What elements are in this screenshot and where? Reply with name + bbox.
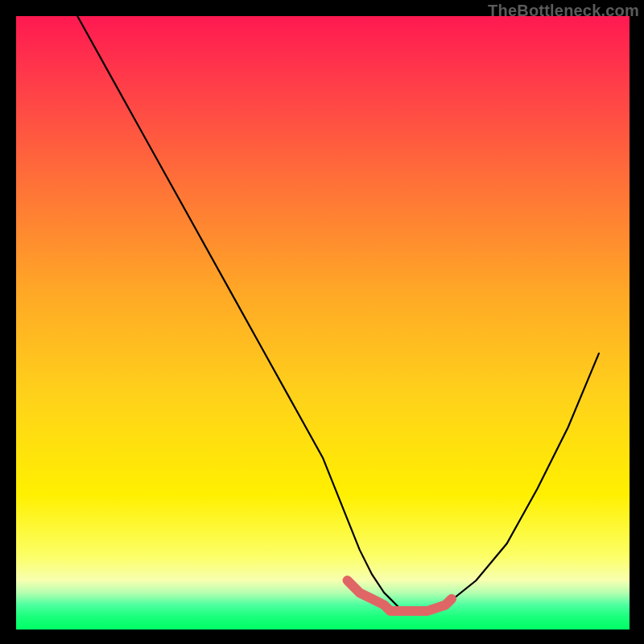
bottleneck-curve	[77, 16, 599, 611]
chart-frame: TheBottleneck.com	[0, 0, 644, 644]
bottleneck-curve-svg	[16, 16, 630, 630]
watermark-label: TheBottleneck.com	[488, 2, 639, 20]
optimal-zone-highlight	[348, 580, 452, 611]
